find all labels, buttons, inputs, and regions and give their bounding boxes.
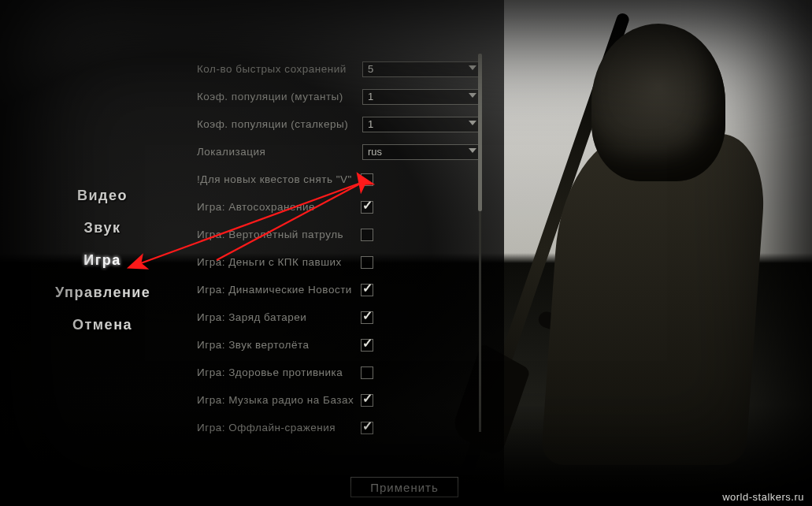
settings-tabs: Видео Звук Игра Управление Отмена: [55, 188, 150, 333]
setting-row-quicksaves: Кол-во быстрых сохранений 5: [197, 55, 480, 83]
dropdown-value: 1: [368, 118, 373, 130]
checkbox-offline-fights[interactable]: [361, 422, 373, 434]
setting-row-offline-fights: Игра: Оффлайн-сражения: [197, 414, 480, 441]
setting-label: Игра: Музыка радио на Базах: [197, 394, 361, 406]
setting-label: !Для новых квестов снять "V": [197, 173, 361, 185]
setting-label: Игра: Автосохранение: [197, 201, 361, 213]
setting-label: Игра: Оффлайн-сражения: [197, 422, 361, 433]
setting-label: Кол-во быстрых сохранений: [197, 63, 362, 75]
setting-row-battery: Игра: Заряд батареи: [197, 303, 480, 331]
checkbox-battery[interactable]: [361, 311, 373, 324]
chevron-down-icon: [469, 93, 476, 98]
setting-label: Игра: Здоровье противника: [197, 366, 361, 378]
tab-cancel[interactable]: Отмена: [55, 317, 150, 333]
setting-label: Коэф. популяции (мутанты): [197, 91, 362, 102]
chevron-down-icon: [469, 65, 476, 70]
setting-label: Коэф. популяции (сталкеры): [197, 118, 362, 130]
watermark: world-stalkers.ru: [722, 491, 804, 503]
settings-scrollbar-track: [479, 54, 481, 432]
checkbox-enemy-health[interactable]: [361, 366, 373, 379]
settings-list: Кол-во быстрых сохранений 5 Коэф. популя…: [197, 55, 480, 441]
apply-button[interactable]: Применить: [350, 477, 458, 497]
dropdown-value: 5: [368, 63, 373, 75]
checkbox-new-quests[interactable]: [361, 173, 373, 186]
dropdown-localization[interactable]: rus: [362, 144, 480, 160]
checkbox-heli-patrol[interactable]: [361, 229, 373, 241]
chevron-down-icon: [469, 121, 476, 125]
setting-row-dyn-news: Игра: Динамические Новости: [197, 276, 480, 303]
dropdown-quicksaves[interactable]: 5: [362, 61, 480, 77]
checkbox-dyn-news[interactable]: [361, 284, 373, 296]
setting-row-heli-sound: Игра: Звук вертолёта: [197, 331, 480, 359]
tab-sound[interactable]: Звук: [55, 220, 150, 236]
setting-row-autosave: Игра: Автосохранение: [197, 193, 480, 221]
setting-label: Игра: Динамические Новости: [197, 284, 361, 296]
setting-row-money-pda: Игра: Деньги с КПК павших: [197, 248, 480, 276]
dropdown-pop-stalkers[interactable]: 1: [362, 117, 480, 132]
checkbox-radio-music[interactable]: [361, 394, 373, 407]
setting-label: Игра: Заряд батареи: [197, 311, 361, 323]
dropdown-pop-mutants[interactable]: 1: [362, 89, 480, 105]
setting-row-enemy-health: Игра: Здоровье противника: [197, 359, 480, 386]
setting-row-heli-patrol: Игра: Вертолётный патруль: [197, 221, 480, 248]
setting-label: Игра: Деньги с КПК павших: [197, 256, 361, 268]
tab-game[interactable]: Игра: [55, 252, 150, 269]
setting-row-pop-stalkers: Коэф. популяции (сталкеры) 1: [197, 110, 480, 138]
dropdown-value: 1: [368, 91, 373, 102]
settings-scrollbar-thumb[interactable]: [478, 54, 482, 211]
setting-row-radio-music: Игра: Музыка радио на Базах: [197, 386, 480, 414]
setting-row-pop-mutants: Коэф. популяции (мутанты) 1: [197, 83, 480, 110]
dropdown-value: rus: [368, 146, 382, 158]
checkbox-heli-sound[interactable]: [361, 339, 373, 352]
chevron-down-icon: [469, 148, 476, 153]
setting-label: Локализация: [197, 146, 362, 158]
tab-controls[interactable]: Управление: [55, 285, 150, 301]
setting-row-localization: Локализация rus: [197, 138, 480, 166]
checkbox-money-pda[interactable]: [361, 256, 373, 269]
setting-row-new-quests: !Для новых квестов снять "V": [197, 166, 480, 193]
checkbox-autosave[interactable]: [361, 201, 373, 214]
tab-video[interactable]: Видео: [55, 188, 150, 204]
setting-label: Игра: Звук вертолёта: [197, 339, 361, 351]
setting-label: Игра: Вертолётный патруль: [197, 229, 361, 240]
